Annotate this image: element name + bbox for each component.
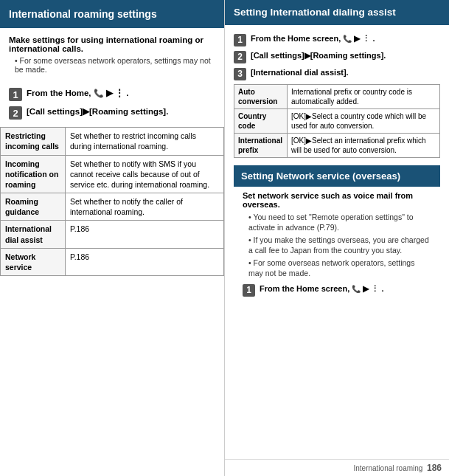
- left-step2-num: 2: [9, 106, 22, 120]
- table-cell-value: Set whether to restrict incoming calls d…: [66, 128, 224, 155]
- right-step2-num: 2: [234, 51, 246, 63]
- dial-cell-label: International prefix: [234, 133, 288, 157]
- left-step2: 2 [Call settings]▶[Roaming settings].: [0, 106, 224, 120]
- table-row: International dial assistP.186: [1, 221, 224, 248]
- dial-cell-label: Auto conversion: [234, 84, 288, 108]
- table-cell-value: P.186: [66, 221, 224, 248]
- left-step2-text: [Call settings]▶[Roaming settings].: [27, 106, 168, 117]
- table-row: Roaming guidanceSet whether to notify th…: [1, 193, 224, 221]
- network-intro: Set network service such as voice mail f…: [243, 191, 431, 209]
- table-cell-value: P.186: [66, 248, 224, 275]
- left-header-title: International roaming settings: [9, 8, 157, 20]
- arrow-icon3: ▶: [363, 284, 369, 293]
- right-step3: 3 [International dial assist].: [234, 67, 440, 80]
- phone-icon2: 📞: [343, 35, 352, 43]
- dial-table-row: International prefix[OK]▶Select an inter…: [234, 133, 440, 157]
- network-step1: 1 From the Home screen, 📞 ▶ ⋮ .: [243, 283, 431, 297]
- menu-icon2: ⋮: [362, 34, 370, 43]
- dial-table-row: Country code[OK]▶Select a country code w…: [234, 108, 440, 133]
- network-step1-num: 1: [243, 284, 255, 297]
- table-row: Restricting incoming callsSet whether to…: [1, 128, 224, 155]
- right-top-header: Setting International dialing assist: [225, 0, 449, 25]
- settings-table: Restricting incoming callsSet whether to…: [0, 127, 224, 276]
- right-panel: Setting International dialing assist 1 F…: [225, 0, 449, 476]
- phone-icon: 📞: [94, 89, 104, 97]
- dial-cell-label: Country code: [234, 108, 288, 133]
- network-header-title: Setting Network service (overseas): [241, 170, 400, 182]
- table-cell-value: Set whether to notify with SMS if you ca…: [66, 155, 224, 193]
- network-body: Set network service such as voice mail f…: [234, 191, 440, 297]
- menu-icon: ⋮: [115, 89, 124, 97]
- left-body: Make settings for using international ro…: [0, 28, 224, 87]
- table-cell-label: Roaming guidance: [1, 193, 66, 221]
- list-item: • For some overseas network operators, s…: [248, 258, 431, 278]
- right-step2-text: [Call settings]▶[Roaming settings].: [251, 50, 386, 61]
- network-section-header: Setting Network service (overseas): [234, 165, 440, 187]
- dial-cell-value: [OK]▶Select an international prefix whic…: [288, 133, 440, 157]
- menu-icon3: ⋮: [371, 284, 379, 293]
- left-bullet: • For some overseas network operators, s…: [15, 56, 215, 74]
- arrow-icon2: ▶: [354, 34, 360, 43]
- dial-table: Auto conversionInternational prefix or c…: [234, 84, 440, 158]
- left-step1-num: 1: [9, 88, 22, 101]
- right-step2: 2 [Call settings]▶[Roaming settings].: [234, 50, 440, 63]
- dial-cell-value: [OK]▶Select a country code which will be…: [288, 108, 440, 133]
- table-cell-label: Restricting incoming calls: [1, 128, 66, 155]
- left-header: International roaming settings: [0, 0, 224, 28]
- right-step1: 1 From the Home screen, 📞 ▶ ⋮ .: [234, 33, 440, 46]
- table-cell-label: Network service: [1, 248, 66, 275]
- left-step1: 1 From the Home, 📞 ▶ ⋮ .: [0, 87, 224, 101]
- list-item: • You need to set "Remote operation sett…: [248, 212, 431, 232]
- table-cell-label: International dial assist: [1, 221, 66, 248]
- right-step1-num: 1: [234, 34, 246, 46]
- network-bullets: • You need to set "Remote operation sett…: [243, 212, 431, 279]
- right-top-header-title: Setting International dialing assist: [234, 7, 396, 18]
- phone-icon3: 📞: [352, 285, 361, 293]
- left-intro: Make settings for using international ro…: [9, 35, 215, 53]
- network-step1-text: From the Home screen, 📞 ▶ ⋮ .: [260, 283, 384, 294]
- right-step3-text: [International dial assist].: [251, 67, 349, 78]
- arrow-icon: ▶: [106, 89, 113, 97]
- right-step3-num: 3: [234, 68, 246, 80]
- dial-cell-value: International prefix or country code is …: [288, 84, 440, 108]
- left-step1-text: From the Home, 📞 ▶ ⋮ .: [27, 87, 129, 99]
- dial-table-row: Auto conversionInternational prefix or c…: [234, 84, 440, 108]
- left-panel: International roaming settings Make sett…: [0, 0, 225, 476]
- footer: International roaming 186: [225, 459, 449, 476]
- table-cell-value: Set whether to notify the caller of inte…: [66, 193, 224, 221]
- footer-label: International roaming: [353, 464, 422, 472]
- table-row: Incoming notification on roamingSet whet…: [1, 155, 224, 193]
- table-row: Network serviceP.186: [1, 248, 224, 275]
- page-number: 186: [427, 463, 442, 473]
- table-cell-label: Incoming notification on roaming: [1, 155, 66, 193]
- list-item: • If you make the settings overseas, you…: [248, 235, 431, 255]
- right-step1-text: From the Home screen, 📞 ▶ ⋮ .: [251, 33, 375, 44]
- right-body: 1 From the Home screen, 📞 ▶ ⋮ . 2 [Call …: [225, 25, 449, 459]
